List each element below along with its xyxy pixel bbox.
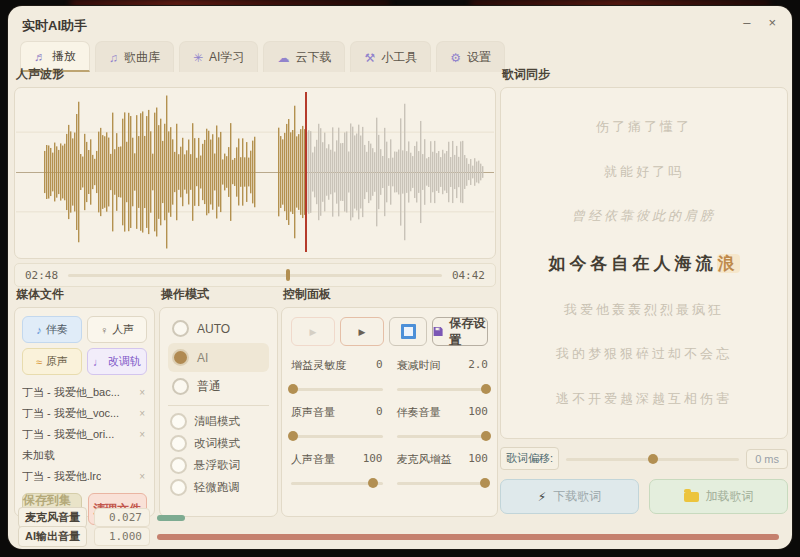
mic-volume-label: 麦克风音量 xyxy=(18,507,87,528)
button-label: 人声 xyxy=(112,322,134,337)
check-slight-offkey[interactable]: 轻微跑调 xyxy=(168,476,269,498)
active-lyric-text: 如今各自在人海流 xyxy=(549,254,717,273)
list-item[interactable]: 丁当 - 我爱他.lrc × xyxy=(22,466,147,487)
slider-thumb[interactable] xyxy=(648,454,658,464)
slider-value: 100 xyxy=(468,405,488,420)
radio-label: AI xyxy=(197,351,208,365)
save-settings-button[interactable]: 保存设置 xyxy=(432,317,488,346)
check-floating-lyrics[interactable]: 悬浮歌词 xyxy=(168,454,269,476)
panel-title: 媒体文件 xyxy=(16,286,155,303)
accompaniment-volume-slider[interactable] xyxy=(397,429,489,443)
seek-slider-thumb[interactable] xyxy=(286,269,290,281)
radio-label: 普通 xyxy=(197,378,221,395)
button-label: 加载歌词 xyxy=(706,488,754,505)
tools-icon: ⚒ xyxy=(364,51,375,65)
lyric-offset-value: 0 ms xyxy=(746,449,788,469)
original-volume-control: 原声音量 0 xyxy=(291,405,383,443)
ai-output-volume-row: AI输出音量 1.000 xyxy=(18,526,782,547)
radio-circle[interactable] xyxy=(172,349,189,366)
slider-thumb[interactable] xyxy=(481,431,491,441)
slider-label: 衰减时间 xyxy=(397,358,441,373)
stop-icon xyxy=(401,324,416,339)
accompaniment-button[interactable]: ♪ 伴奏 xyxy=(22,316,82,343)
mic-volume-row: 麦克风音量 0.027 xyxy=(18,507,782,528)
slider-label: 伴奏音量 xyxy=(397,405,441,420)
list-item[interactable]: 丁当 - 我爱他_ori... × xyxy=(22,424,147,445)
mic-gain-control: 麦克风增益 100 xyxy=(397,452,489,490)
slider-thumb[interactable] xyxy=(288,384,298,394)
slider-thumb[interactable] xyxy=(480,478,490,488)
lyric-line: 我的梦狠狠碎过却不会忘 xyxy=(507,345,781,363)
radio-circle[interactable] xyxy=(172,320,189,337)
radio-circle[interactable] xyxy=(172,378,189,395)
list-item[interactable]: 未加载 xyxy=(22,445,147,466)
original-volume-slider[interactable] xyxy=(291,429,383,443)
mic-volume-value: 0.027 xyxy=(94,508,150,527)
stop-button[interactable] xyxy=(389,317,427,346)
checkbox-circle[interactable] xyxy=(170,479,187,496)
lyric-line: 就能好了吗 xyxy=(507,163,781,181)
waveform-canvas xyxy=(16,89,494,255)
close-button[interactable]: × xyxy=(768,15,776,31)
pitch-track-button[interactable]: ♩ 改调轨 xyxy=(87,348,147,375)
folder-icon xyxy=(684,492,699,502)
vocal-button[interactable]: ♀ 人声 xyxy=(87,316,147,343)
vocal-volume-slider[interactable] xyxy=(291,476,383,490)
current-time: 02:48 xyxy=(25,269,58,282)
decay-time-slider[interactable] xyxy=(397,382,489,396)
remove-file-icon[interactable]: × xyxy=(137,471,147,482)
list-item[interactable]: 丁当 - 我爱他_voc... × xyxy=(22,403,147,424)
seek-slider[interactable] xyxy=(68,268,442,282)
list-item[interactable]: 丁当 - 我爱他_bac... × xyxy=(22,382,147,403)
slider-label: 麦克风增益 xyxy=(397,452,452,467)
ai-output-volume-label: AI输出音量 xyxy=(18,526,87,547)
check-acapella-mode[interactable]: 清唱模式 xyxy=(168,410,269,432)
tab-label: AI学习 xyxy=(209,49,244,66)
slider-value: 0 xyxy=(376,358,383,373)
divider xyxy=(168,405,269,406)
play-button[interactable]: ▶ xyxy=(340,317,384,346)
gear-icon: ⚙ xyxy=(450,51,461,65)
file-name: 未加载 xyxy=(22,448,55,463)
button-label: 原声 xyxy=(46,354,68,369)
gain-sensitivity-slider[interactable] xyxy=(291,382,383,396)
music-note-icon: ♪ xyxy=(36,324,42,336)
tab-label: 云下载 xyxy=(295,49,331,66)
slider-thumb[interactable] xyxy=(368,478,378,488)
slider-thumb[interactable] xyxy=(481,384,491,394)
panel-title: 操作模式 xyxy=(161,286,278,303)
panel-title: 人声波形 xyxy=(16,66,496,83)
lyric-offset-label: 歌词偏移: xyxy=(500,447,559,470)
tab-label: 小工具 xyxy=(381,49,417,66)
radio-ai[interactable]: AI xyxy=(168,343,269,372)
checkbox-circle[interactable] xyxy=(170,457,187,474)
mic-gain-slider[interactable] xyxy=(397,476,489,490)
slider-value: 0 xyxy=(376,405,383,420)
checkbox-circle[interactable] xyxy=(170,435,187,452)
radio-auto[interactable]: AUTO xyxy=(168,314,269,343)
vocal-waveform-panel: 人声波形 02:48 04:42 xyxy=(14,66,496,287)
mic-volume-meter xyxy=(157,515,782,521)
original-sound-button[interactable]: ≈ 原声 xyxy=(22,348,82,375)
slider-label: 原声音量 xyxy=(291,405,335,420)
lyrics-display: 伤了痛了懂了 就能好了吗 曾经依靠彼此的肩膀 如今各自在人海流浪 我爱他轰轰烈烈… xyxy=(500,87,788,439)
check-lyric-change-mode[interactable]: 改词模式 xyxy=(168,432,269,454)
waveform-display[interactable] xyxy=(14,87,496,259)
radio-normal[interactable]: 普通 xyxy=(168,372,269,401)
remove-file-icon[interactable]: × xyxy=(137,408,147,419)
remove-file-icon[interactable]: × xyxy=(137,429,147,440)
check-label: 清唱模式 xyxy=(194,414,240,429)
floppy-disk-icon xyxy=(433,325,443,338)
lyric-offset-slider[interactable] xyxy=(566,452,739,466)
lyrics-sync-panel: 歌词同步 伤了痛了懂了 就能好了吗 曾经依靠彼此的肩膀 如今各自在人海流浪 我爱… xyxy=(500,66,788,514)
slider-thumb[interactable] xyxy=(288,431,298,441)
decay-time-control: 衰减时间 2.0 xyxy=(397,358,489,396)
total-time: 04:42 xyxy=(452,269,485,282)
file-name: 丁当 - 我爱他.lrc xyxy=(22,469,101,484)
minimize-button[interactable]: – xyxy=(743,15,750,31)
ai-icon: ✳ xyxy=(193,51,203,65)
remove-file-icon[interactable]: × xyxy=(137,387,147,398)
lightning-icon: ⚡ xyxy=(538,490,546,504)
checkbox-circle[interactable] xyxy=(170,413,187,430)
play-button-disabled[interactable]: ▶ xyxy=(291,317,335,346)
